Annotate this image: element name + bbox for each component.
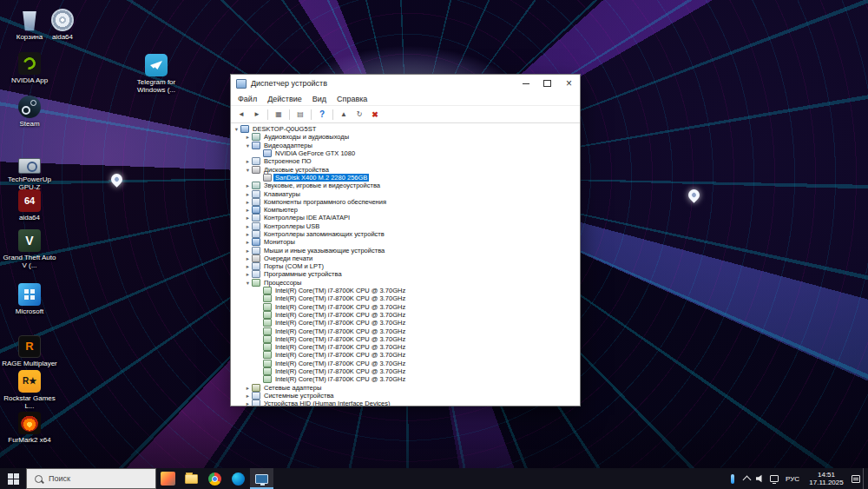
- help-button[interactable]: ?: [315, 108, 329, 121]
- properties-button[interactable]: ▤: [293, 108, 307, 121]
- show-console-tree-button[interactable]: ▦: [272, 108, 286, 121]
- language-indicator[interactable]: РУС: [781, 475, 804, 483]
- clock[interactable]: 14:51 17.11.2025: [804, 471, 849, 486]
- tree-item[interactable]: Intel(R) Core(TM) i7-8700K CPU @ 3.70GHz: [231, 294, 580, 302]
- desktop-icon-rage-multiplayer[interactable]: RAGE Multiplayer: [2, 335, 57, 367]
- expand-chevron-icon[interactable]: ▸: [244, 230, 252, 238]
- tree-item[interactable]: Intel(R) Core(TM) i7-8700K CPU @ 3.70GHz: [231, 351, 580, 359]
- desktop-icon-furmark2[interactable]: FurMark2 x64: [2, 412, 57, 444]
- desktop-icon-gpu-z[interactable]: TechPowerUp GPU-Z: [2, 155, 57, 191]
- expand-chevron-icon[interactable]: ▸: [244, 157, 252, 165]
- update-driver-software-button[interactable]: ▲: [337, 108, 351, 121]
- tree-item[interactable]: ▸Клавиатуры: [231, 189, 580, 197]
- tree-item[interactable]: ▸Очереди печати: [231, 254, 580, 262]
- uninstall-device-button[interactable]: ✖: [368, 108, 382, 121]
- expand-chevron-icon[interactable]: ▸: [244, 238, 252, 246]
- tree-item[interactable]: Intel(R) Core(TM) i7-8700K CPU @ 3.70GHz: [231, 343, 580, 351]
- expand-chevron-icon[interactable]: ▸: [244, 400, 252, 406]
- show-desktop-button[interactable]: [863, 468, 867, 489]
- tree-item[interactable]: Intel(R) Core(TM) i7-8700K CPU @ 3.70GHz: [231, 311, 580, 319]
- scan-for-hardware-changes-button[interactable]: ↻: [352, 108, 366, 121]
- taskbar-widgets[interactable]: [156, 468, 180, 489]
- tree-item[interactable]: ▸Контроллеры USB: [231, 222, 580, 230]
- expand-chevron-icon[interactable]: ▸: [244, 182, 252, 189]
- tree-item[interactable]: ▸Контроллеры IDE ATA/ATAPI: [231, 214, 580, 221]
- tree-item[interactable]: Intel(R) Core(TM) i7-8700K CPU @ 3.70GHz: [231, 367, 580, 375]
- expand-chevron-icon[interactable]: ▸: [244, 262, 252, 270]
- back-button[interactable]: ◄: [234, 108, 248, 121]
- tree-item[interactable]: ▸Встроенное ПО: [231, 157, 580, 165]
- collapse-chevron-icon[interactable]: ▾: [244, 279, 252, 287]
- minimize-button[interactable]: [515, 75, 536, 92]
- menu-item-1[interactable]: Действие: [262, 95, 307, 103]
- menu-item-3[interactable]: Справка: [332, 95, 372, 103]
- collapse-chevron-icon[interactable]: ▾: [244, 142, 252, 149]
- tree-item[interactable]: ▸Мыши и иные указывающие устройства: [231, 246, 580, 254]
- taskbar-file-explorer[interactable]: [180, 468, 203, 489]
- tree-item[interactable]: ▸Компоненты программного обеспечения: [231, 198, 580, 206]
- expand-chevron-icon[interactable]: ▸: [244, 198, 252, 206]
- desktop-icon-aida64-portable[interactable]: aida64: [35, 9, 90, 41]
- tree-item[interactable]: ▸Звуковые, игровые и видеоустройства: [231, 182, 580, 189]
- forward-button[interactable]: ►: [250, 108, 264, 121]
- expand-chevron-icon[interactable]: ▸: [244, 190, 252, 198]
- tree-item[interactable]: Intel(R) Core(TM) i7-8700K CPU @ 3.70GHz: [231, 375, 580, 383]
- desktop-icon-gta-v[interactable]: Grand Theft Auto V (...: [2, 229, 57, 269]
- network-button[interactable]: [767, 468, 781, 489]
- taskbar-search-box[interactable]: Поиск: [26, 468, 156, 489]
- start-button[interactable]: [0, 468, 26, 489]
- collapse-chevron-icon[interactable]: ▾: [233, 125, 240, 133]
- tree-item[interactable]: Intel(R) Core(TM) i7-8700K CPU @ 3.70GHz: [231, 360, 580, 367]
- taskbar-device-manager[interactable]: [250, 468, 273, 489]
- volume-button[interactable]: [753, 468, 767, 489]
- monitor-icon: [252, 238, 260, 246]
- desktop-icon-steam[interactable]: Steam: [2, 96, 57, 128]
- desktop-icon-rockstar-games[interactable]: Rockstar Games L...: [2, 370, 57, 410]
- taskbar-chrome[interactable]: [203, 468, 227, 489]
- expand-chevron-icon[interactable]: ▸: [244, 247, 252, 254]
- tree-item[interactable]: ▸Сетевые адаптеры: [231, 384, 580, 392]
- titlebar[interactable]: Диспетчер устройств ×: [231, 75, 580, 92]
- tree-item[interactable]: ▸Системные устройства: [231, 392, 580, 400]
- expand-chevron-icon[interactable]: ▸: [244, 392, 252, 400]
- disk-drive-icon: [252, 166, 260, 174]
- tree-item[interactable]: Intel(R) Core(TM) i7-8700K CPU @ 3.70GHz: [231, 303, 580, 311]
- tree-item[interactable]: Intel(R) Core(TM) i7-8700K CPU @ 3.70GHz: [231, 319, 580, 327]
- menu-item-2[interactable]: Вид: [307, 95, 332, 103]
- tree-item[interactable]: ▾DESKTOP-Q0UG5ST: [231, 125, 580, 133]
- expand-chevron-icon[interactable]: ▸: [244, 133, 252, 141]
- tree-item[interactable]: Intel(R) Core(TM) i7-8700K CPU @ 3.70GHz: [231, 327, 580, 334]
- desktop-icon-microsoft[interactable]: Microsoft: [2, 283, 57, 315]
- tree-item[interactable]: Intel(R) Core(TM) i7-8700K CPU @ 3.70GHz: [231, 287, 580, 294]
- tree-item[interactable]: ▸Устройства HID (Human Interface Devices…: [231, 400, 580, 406]
- collapse-chevron-icon[interactable]: ▾: [244, 166, 252, 174]
- tree-item[interactable]: SanDisk X400 M.2 2280 256GB: [231, 174, 580, 182]
- tree-item[interactable]: NVIDIA GeForce GTX 1080: [231, 149, 580, 157]
- close-button[interactable]: ×: [558, 75, 580, 92]
- tree-item[interactable]: Intel(R) Core(TM) i7-8700K CPU @ 3.70GHz: [231, 335, 580, 343]
- hidden-icons-button[interactable]: [740, 468, 753, 489]
- tree-item[interactable]: ▸Программные устройства: [231, 270, 580, 278]
- expand-chevron-icon[interactable]: ▸: [244, 214, 252, 221]
- maximize-button[interactable]: [536, 75, 558, 92]
- taskbar-edge[interactable]: [227, 468, 250, 489]
- tree-item[interactable]: ▸Компьютер: [231, 206, 580, 214]
- tree-item[interactable]: ▸Порты (COM и LPT): [231, 262, 580, 270]
- desktop-icon-nvidia-app[interactable]: NVIDIA App: [2, 52, 57, 84]
- expand-chevron-icon[interactable]: ▸: [244, 384, 252, 392]
- tree-item[interactable]: ▸Контроллеры запоминающих устройств: [231, 230, 580, 238]
- tree-item[interactable]: ▸Мониторы: [231, 238, 580, 246]
- desktop-icon-telegram[interactable]: Telegram for Windows (...: [128, 54, 184, 94]
- expand-chevron-icon[interactable]: ▸: [244, 270, 252, 278]
- tree-item[interactable]: ▾Видеоадаптеры: [231, 142, 580, 149]
- desktop-icon-aida64[interactable]: aida64: [2, 189, 57, 221]
- action-center-button[interactable]: [849, 468, 863, 489]
- tree-item[interactable]: ▾Процессоры: [231, 279, 580, 287]
- expand-chevron-icon[interactable]: ▸: [244, 222, 252, 230]
- tree-item[interactable]: ▾Дисковые устройства: [231, 165, 580, 173]
- expand-chevron-icon[interactable]: ▸: [244, 206, 252, 214]
- hardware-monitor-tray-icon[interactable]: [726, 468, 740, 489]
- tree-item[interactable]: ▸Аудиовходы и аудиовыходы: [231, 133, 580, 141]
- expand-chevron-icon[interactable]: ▸: [244, 254, 252, 262]
- menu-item-0[interactable]: Файл: [233, 95, 262, 103]
